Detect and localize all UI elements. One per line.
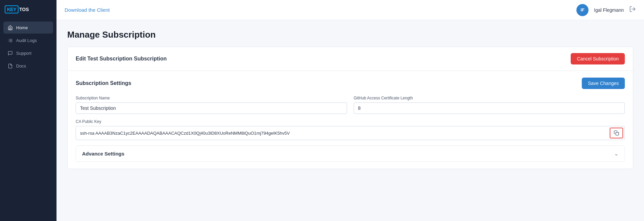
user-name: Igal Flegmann xyxy=(594,7,624,13)
advance-settings-title: Advance Settings xyxy=(82,151,124,157)
github-cert-group: GitHub Access Certificate Length xyxy=(354,96,625,114)
sidebar: KEY TOS Home Audit Logs xyxy=(0,0,56,221)
sidebar-item-home[interactable]: Home xyxy=(3,21,53,34)
subscription-name-input[interactable] xyxy=(76,102,347,114)
subscription-name-label: Subscription Name xyxy=(76,96,347,100)
ca-public-key-group: CA Public Key xyxy=(76,119,625,140)
settings-title: Subscription Settings xyxy=(76,80,131,86)
settings-header: Subscription Settings Save Changes xyxy=(76,78,625,89)
settings-section: Subscription Settings Save Changes Subsc… xyxy=(68,71,633,169)
ca-public-key-input[interactable] xyxy=(76,128,608,138)
support-icon xyxy=(7,50,13,56)
chevron-down-icon: ⌄ xyxy=(614,150,618,157)
sidebar-item-home-label: Home xyxy=(16,25,28,30)
main-area: Download the Client IF Igal Flegmann Man… xyxy=(56,0,644,221)
sidebar-item-docs-label: Docs xyxy=(16,63,26,69)
save-changes-button[interactable]: Save Changes xyxy=(582,78,625,89)
form-grid: Subscription Name GitHub Access Certific… xyxy=(76,96,625,114)
github-cert-label: GitHub Access Certificate Length xyxy=(354,96,625,100)
cancel-subscription-button[interactable]: Cancel Subscription xyxy=(571,53,625,64)
logo-key: KEY xyxy=(5,5,18,13)
docs-icon xyxy=(7,63,13,69)
advance-settings-accordion: Advance Settings ⌄ xyxy=(76,145,625,162)
ca-input-wrapper xyxy=(76,126,625,140)
copy-button[interactable] xyxy=(610,128,622,138)
card-header: Edit Test Subscription Subscription Canc… xyxy=(68,47,633,71)
download-client-link[interactable]: Download the Client xyxy=(65,7,110,13)
subscription-name-group: Subscription Name xyxy=(76,96,347,114)
sidebar-item-docs[interactable]: Docs xyxy=(3,60,53,72)
topbar-right: IF Igal Flegmann xyxy=(576,4,636,16)
svg-rect-7 xyxy=(616,132,619,135)
logout-icon[interactable] xyxy=(629,6,636,14)
logo: KEY TOS xyxy=(0,0,56,19)
content-area: Manage Subscription Edit Test Subscripti… xyxy=(56,20,644,221)
logo-tos: TOS xyxy=(19,7,29,12)
sidebar-item-support-label: Support xyxy=(16,51,32,56)
copy-button-wrapper xyxy=(610,128,623,138)
topbar: Download the Client IF Igal Flegmann xyxy=(56,0,644,20)
sidebar-item-audit-logs[interactable]: Audit Logs xyxy=(3,34,53,46)
card-header-title: Edit Test Subscription Subscription xyxy=(76,56,167,62)
subscription-card: Edit Test Subscription Subscription Canc… xyxy=(67,47,633,169)
home-icon xyxy=(7,25,13,30)
sidebar-item-support[interactable]: Support xyxy=(3,47,53,59)
github-cert-input[interactable] xyxy=(354,102,625,114)
sidebar-item-audit-logs-label: Audit Logs xyxy=(16,38,37,43)
user-avatar: IF xyxy=(576,4,589,16)
ca-public-key-label: CA Public Key xyxy=(76,119,625,124)
page-title: Manage Subscription xyxy=(67,30,633,40)
list-icon xyxy=(7,38,13,43)
advance-settings-header[interactable]: Advance Settings ⌄ xyxy=(76,146,624,162)
sidebar-nav: Home Audit Logs Support xyxy=(0,19,56,75)
